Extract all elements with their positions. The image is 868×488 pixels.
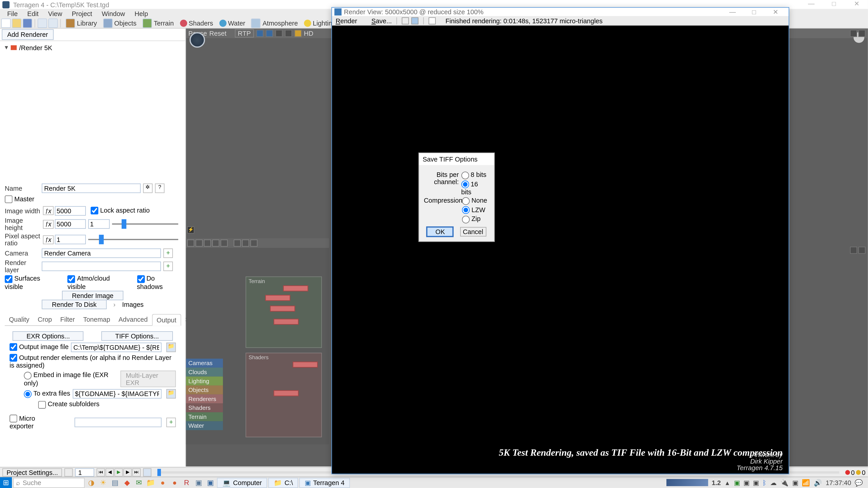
pin-icon[interactable]: ● — [157, 478, 168, 487]
water-label[interactable]: Water — [228, 20, 245, 27]
hd-button[interactable]: HD — [304, 30, 313, 37]
surfaces-checkbox[interactable]: Surfaces visible — [5, 275, 58, 290]
help-icon[interactable]: ? — [155, 183, 164, 193]
fx-icon[interactable]: ƒx — [43, 220, 54, 229]
bits8-radio[interactable]: 8 bits — [461, 171, 489, 179]
terrain-icon[interactable] — [143, 18, 152, 28]
node-box[interactable] — [274, 390, 299, 396]
viewport-mode-icon[interactable] — [285, 30, 292, 37]
height-slider[interactable] — [112, 223, 178, 225]
extrafiles-radio[interactable]: To extra files — [24, 390, 70, 398]
tab-tonemap[interactable]: Tonemap — [79, 314, 114, 325]
cancel-button[interactable]: Cancel — [460, 227, 486, 236]
name-input[interactable] — [42, 183, 141, 193]
node-category-objects[interactable]: Objects — [186, 385, 223, 394]
search-box[interactable]: ⌕ Suche — [13, 478, 85, 488]
bits16-radio[interactable]: 16 bits — [461, 180, 489, 195]
tab-filter[interactable]: Filter — [56, 314, 79, 325]
shaders-label[interactable]: Shaders — [189, 20, 213, 27]
layer-picker-button[interactable]: + — [163, 262, 173, 271]
node-box[interactable] — [274, 319, 299, 325]
embed-radio[interactable]: Embed in image file (EXR only) — [24, 371, 118, 387]
tray-icon[interactable]: 🔌 — [780, 479, 789, 486]
pin-icon[interactable]: R — [181, 478, 192, 487]
tray-thumbnail[interactable] — [666, 479, 708, 486]
start-button[interactable]: ⊞ — [0, 477, 12, 488]
task-terragen[interactable]: ▣Terragen 4 — [300, 478, 350, 488]
node-group-terrain[interactable]: Terrain — [246, 276, 322, 348]
master-checkbox[interactable]: Master — [5, 195, 34, 203]
atmosphere-label[interactable]: Atmosphere — [263, 20, 298, 27]
node-tool-icon[interactable] — [187, 239, 194, 247]
reset-button[interactable]: Reset — [209, 30, 226, 37]
browse-icon[interactable]: 📁 — [166, 389, 176, 398]
tab-advanced[interactable]: Advanced — [114, 314, 152, 325]
prev-frame-button[interactable]: ◀ — [105, 468, 114, 476]
node-tool-icon[interactable] — [242, 239, 249, 247]
comp-none-radio[interactable]: None — [462, 197, 487, 205]
node-box[interactable] — [283, 285, 308, 291]
tree-item-render5k[interactable]: ▾ /Render 5K — [5, 43, 181, 51]
doc-icon[interactable] — [429, 17, 436, 24]
split-icon[interactable] — [858, 247, 866, 254]
tray-icon[interactable]: ▣ — [734, 479, 740, 486]
fx-icon[interactable]: ƒx — [43, 235, 54, 244]
maximize-button[interactable]: □ — [743, 8, 765, 15]
node-graph[interactable]: CamerasCloudsLightingObjectsRenderersSha… — [186, 248, 329, 445]
tab-quality[interactable]: Quality — [5, 314, 33, 325]
undo-icon[interactable] — [37, 18, 47, 28]
camera-input[interactable] — [42, 248, 161, 258]
images-link[interactable]: Images — [122, 301, 144, 308]
exr-options-button[interactable]: EXR Options... — [13, 331, 84, 340]
menu-edit[interactable]: Edit — [23, 10, 43, 17]
pin-icon[interactable]: ◆ — [122, 478, 132, 487]
gear-icon[interactable]: ✲ — [143, 183, 153, 193]
node-box[interactable] — [265, 295, 290, 301]
output-image-checkbox[interactable]: Output image file — [9, 343, 68, 351]
library-label[interactable]: Library — [77, 20, 97, 27]
node-category-water[interactable]: Water — [186, 421, 223, 430]
menu-help[interactable]: Help — [130, 10, 153, 17]
ok-button[interactable]: OK — [427, 227, 453, 236]
subfolders-checkbox[interactable]: Create subfolders — [38, 400, 99, 409]
layer-input[interactable] — [42, 262, 161, 271]
objects-icon[interactable] — [103, 18, 112, 28]
tray-icon[interactable]: ☁ — [770, 479, 777, 486]
tray-notifications-icon[interactable]: 💬 — [855, 479, 863, 486]
comp-zip-radio[interactable]: Zip — [462, 215, 487, 223]
node-box[interactable] — [270, 306, 295, 312]
viewport-mode-icon[interactable] — [266, 30, 273, 37]
viewport-stats-icon[interactable]: ⚡ — [187, 226, 194, 234]
save-icon[interactable] — [23, 18, 32, 28]
expand-icon[interactable] — [850, 247, 857, 254]
node-category-shaders[interactable]: Shaders — [186, 403, 223, 412]
minimize-button[interactable]: — — [722, 8, 743, 15]
close-button[interactable]: ✕ — [765, 8, 786, 16]
pin-icon[interactable]: ▣ — [193, 478, 204, 487]
pin-icon[interactable]: ● — [169, 478, 180, 487]
browse-icon[interactable]: 📁 — [166, 342, 176, 352]
height-input[interactable]: 5000 — [55, 219, 86, 229]
next-frame-button[interactable]: ▶ — [123, 468, 132, 476]
tray-expand-icon[interactable]: ▲ — [724, 479, 730, 486]
atmosphere-icon[interactable] — [251, 18, 260, 28]
minimize-button[interactable]: — — [800, 0, 823, 9]
task-cpath[interactable]: 📁C:\ — [268, 478, 298, 488]
objects-label[interactable]: Objects — [114, 20, 136, 27]
node-tool-icon[interactable] — [234, 239, 241, 247]
first-frame-button[interactable]: ⏮ — [97, 468, 105, 476]
tool-icon[interactable] — [411, 17, 418, 24]
rtp-button[interactable]: RTP — [235, 29, 254, 37]
lighting-icon[interactable] — [304, 20, 311, 27]
menu-project[interactable]: Project — [67, 10, 97, 17]
terrain-label[interactable]: Terrain — [154, 20, 174, 27]
new-icon[interactable] — [1, 18, 11, 28]
width-input[interactable]: 5000 — [55, 206, 86, 215]
tray-clock[interactable]: 17:37:40 — [826, 479, 851, 486]
node-tool-icon[interactable] — [204, 239, 211, 247]
maximize-button[interactable]: □ — [823, 0, 845, 9]
menu-file[interactable]: File — [2, 10, 23, 17]
tab-crop[interactable]: Crop — [33, 314, 56, 325]
water-icon[interactable] — [219, 20, 226, 27]
pin-icon[interactable]: 📁 — [145, 478, 156, 487]
